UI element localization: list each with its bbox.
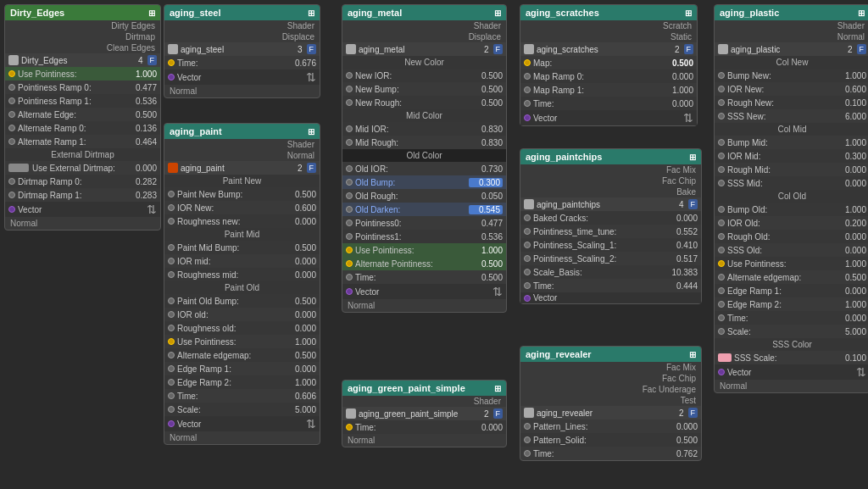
- socket-vector[interactable]: [168, 420, 175, 427]
- vector-dropdown[interactable]: ⇅: [147, 203, 157, 216]
- socket-pl[interactable]: [524, 423, 531, 430]
- socket-rn[interactable]: [718, 99, 725, 106]
- node-aging-paintchips-header[interactable]: aging_paintchips ⊞: [520, 149, 701, 164]
- socket-vector[interactable]: [168, 74, 175, 81]
- socket-ior-new[interactable]: [168, 204, 175, 211]
- vector-dropdown[interactable]: ⇅: [306, 417, 316, 431]
- socket-obump[interactable]: [346, 179, 353, 186]
- collapse-icon[interactable]: ⊞: [494, 384, 501, 393]
- socket-mr1[interactable]: [524, 86, 531, 93]
- socket-time[interactable]: [168, 392, 175, 399]
- socket-er1[interactable]: [718, 287, 725, 294]
- socket-pr1[interactable]: [8, 97, 15, 104]
- node-aging-scratches-header[interactable]: aging_scratches ⊞: [520, 5, 697, 20]
- socket-pob[interactable]: [168, 297, 175, 304]
- socket-ps[interactable]: [524, 436, 531, 443]
- socket-ae[interactable]: [718, 274, 725, 281]
- socket-ae[interactable]: [8, 111, 15, 118]
- vector-dropdown[interactable]: ⇅: [856, 365, 866, 379]
- socket-sb[interactable]: [524, 269, 531, 275]
- socket-ro[interactable]: [718, 233, 725, 240]
- socket-rough-old[interactable]: [168, 325, 175, 331]
- socket-rough-mid[interactable]: [168, 271, 175, 278]
- socket-bo[interactable]: [718, 206, 725, 213]
- socket-ap[interactable]: [346, 260, 353, 267]
- socket-p0[interactable]: [346, 219, 353, 226]
- socket-up[interactable]: [346, 247, 353, 253]
- socket-vector[interactable]: [346, 288, 353, 295]
- socket-sm[interactable]: [718, 180, 725, 186]
- socket-use-pointiness[interactable]: [8, 70, 15, 77]
- socket-ps1[interactable]: [524, 242, 531, 248]
- socket-ior-old[interactable]: [718, 219, 725, 226]
- node-aging-green-paint-header[interactable]: aging_green_paint_simple ⊞: [342, 381, 506, 396]
- socket-ior-mid[interactable]: [168, 258, 175, 264]
- vector-dropdown[interactable]: ⇅: [492, 285, 503, 298]
- socket-ae[interactable]: [168, 352, 175, 358]
- socket-ior-new[interactable]: [718, 86, 725, 92]
- socket-rm[interactable]: [718, 166, 725, 173]
- socket-ior-old[interactable]: [168, 311, 175, 318]
- socket-ps2[interactable]: [524, 255, 531, 262]
- socket-pmb[interactable]: [168, 244, 175, 251]
- socket-up[interactable]: [718, 260, 725, 267]
- socket-er1[interactable]: [168, 365, 175, 372]
- socket-rough[interactable]: [346, 99, 353, 106]
- collapse-icon[interactable]: ⊞: [494, 8, 501, 18]
- node-aging-plastic-header[interactable]: aging_plastic ⊞: [715, 5, 868, 20]
- socket-ar1[interactable]: [8, 138, 15, 145]
- socket-odarken[interactable]: [346, 206, 353, 213]
- socket-mrough[interactable]: [346, 139, 353, 146]
- socket-bn[interactable]: [718, 72, 725, 79]
- socket-scale[interactable]: [718, 328, 725, 335]
- socket-time[interactable]: [524, 100, 531, 107]
- collapse-icon[interactable]: ⊞: [685, 8, 692, 18]
- socket-time[interactable]: [524, 282, 531, 289]
- socket-time[interactable]: [718, 314, 725, 321]
- socket-time[interactable]: [346, 424, 353, 431]
- socket-oior[interactable]: [346, 165, 353, 172]
- socket-dr0[interactable]: [8, 178, 15, 185]
- socket-pr0[interactable]: [8, 84, 15, 91]
- socket-time[interactable]: [524, 450, 531, 457]
- node-aging-metal-header[interactable]: aging_metal ⊞: [342, 5, 506, 20]
- collapse-icon[interactable]: ⊞: [858, 8, 865, 18]
- collapse-icon[interactable]: ⊞: [308, 8, 314, 18]
- socket-time[interactable]: [168, 59, 175, 66]
- socket-so[interactable]: [718, 247, 725, 253]
- socket-er2[interactable]: [718, 301, 725, 308]
- socket-orough[interactable]: [346, 192, 353, 199]
- socket-vector[interactable]: [524, 114, 531, 121]
- socket-er2[interactable]: [168, 379, 175, 386]
- socket-pnb[interactable]: [168, 191, 175, 197]
- collapse-icon[interactable]: ⊞: [689, 153, 696, 162]
- node-aging-revealer-header[interactable]: aging_revealer ⊞: [520, 347, 701, 362]
- collapse-icon[interactable]: ⊞: [689, 350, 696, 359]
- collapse-icon[interactable]: ⊞: [308, 127, 314, 136]
- socket-ior-mid[interactable]: [718, 153, 725, 159]
- socket-map[interactable]: [524, 59, 531, 66]
- vector-dropdown[interactable]: ⇅: [306, 70, 316, 84]
- socket-scale[interactable]: [168, 406, 175, 413]
- socket-mr0[interactable]: [524, 73, 531, 80]
- socket-mior[interactable]: [346, 125, 353, 132]
- socket-vector[interactable]: [8, 206, 15, 213]
- node-dirty-edges-header[interactable]: Dirty_Edges ⊞: [5, 5, 160, 20]
- socket-bump[interactable]: [346, 86, 353, 92]
- node-aging-steel-header[interactable]: aging_steel ⊞: [164, 5, 320, 20]
- socket-up[interactable]: [168, 338, 175, 345]
- socket-ior[interactable]: [346, 72, 353, 79]
- socket-time[interactable]: [346, 274, 353, 281]
- socket-vector[interactable]: [718, 369, 725, 375]
- socket-sn[interactable]: [718, 113, 725, 119]
- socket-rough-new[interactable]: [168, 218, 175, 225]
- socket-bm[interactable]: [718, 139, 725, 146]
- socket-ptt[interactable]: [524, 228, 531, 235]
- socket-dr1[interactable]: [8, 192, 15, 198]
- socket-p1[interactable]: [346, 233, 353, 240]
- collapse-icon[interactable]: ⊞: [148, 8, 155, 18]
- vector-dropdown[interactable]: ⇅: [683, 111, 693, 125]
- socket-ar0[interactable]: [8, 125, 15, 131]
- socket-vector[interactable]: [524, 295, 531, 302]
- node-aging-paint-header[interactable]: aging_paint ⊞: [164, 124, 320, 139]
